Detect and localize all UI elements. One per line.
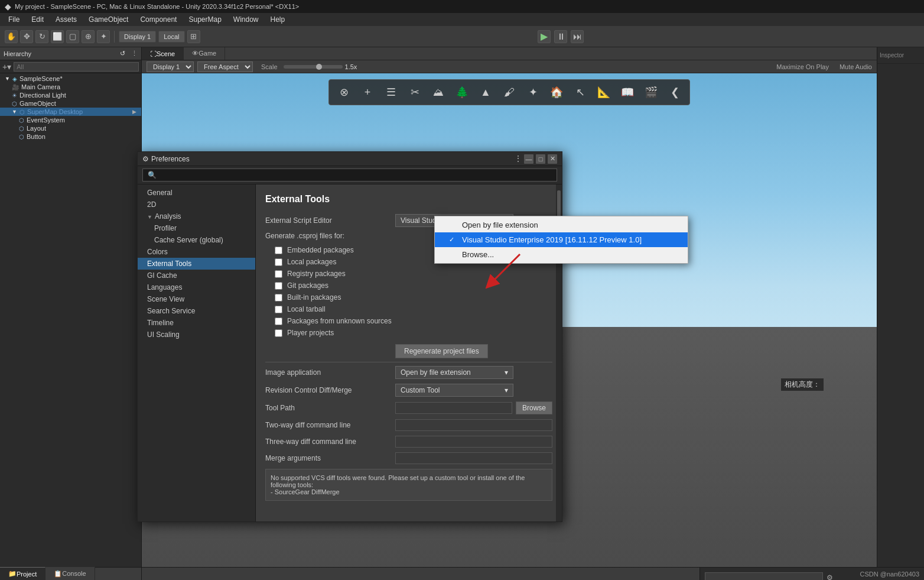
pref-external-tools[interactable]: External Tools <box>138 258 255 270</box>
local-toggle[interactable]: Local <box>158 31 184 43</box>
hand-tool[interactable]: ✋ <box>5 30 18 43</box>
cursor-icon[interactable]: ↖ <box>571 83 589 101</box>
menu-assets[interactable]: Assets <box>51 14 82 25</box>
pref-search-service[interactable]: Search Service <box>138 305 255 317</box>
chevron-icon[interactable]: ❮ <box>666 83 684 101</box>
pref-timeline[interactable]: Timeline <box>138 317 255 329</box>
terrain-icon[interactable]: ▲ <box>477 83 494 101</box>
pref-profiler[interactable]: Profiler <box>138 222 255 234</box>
tree-icon[interactable]: 🌲 <box>453 83 471 101</box>
book-icon[interactable]: 📖 <box>619 83 636 101</box>
dialog-maximize-btn[interactable]: □ <box>536 154 545 164</box>
list-icon[interactable]: ☰ <box>382 83 400 101</box>
video-icon[interactable]: 🎬 <box>642 83 660 101</box>
brush-icon[interactable]: 🖌 <box>500 83 518 101</box>
tool-path-input[interactable] <box>395 402 512 414</box>
hierarchy-menu-btn[interactable]: ⋮ <box>131 50 138 57</box>
pref-languages[interactable]: Languages <box>138 281 255 293</box>
browse-button[interactable]: Browse <box>516 401 552 414</box>
display-dropdown[interactable]: Display 1 <box>147 61 194 72</box>
checkbox-registry[interactable]: Registry packages <box>275 268 552 279</box>
menu-component[interactable]: Component <box>135 14 181 25</box>
pref-scene-view[interactable]: Scene View <box>138 293 255 305</box>
pref-gi-cache[interactable]: GI Cache <box>138 270 255 281</box>
menu-file[interactable]: File <box>4 14 24 25</box>
hierarchy-item-dirlight[interactable]: ☀ Directional Light <box>0 91 141 99</box>
merge-args-input[interactable] <box>395 452 552 464</box>
pref-colors[interactable]: Colors <box>138 246 255 258</box>
tab-console[interactable]: 📋 Console <box>45 567 95 580</box>
scale-slider[interactable] <box>284 65 343 69</box>
layers-btn[interactable]: ⊞ <box>187 30 200 43</box>
step-button[interactable]: ⏭ <box>571 30 584 43</box>
hierarchy-item-supermap[interactable]: ▼ ⬡ SuperMap Desktop ▶ <box>0 108 141 116</box>
hierarchy-item-maincamera[interactable]: 🎥 Main Camera <box>0 83 141 91</box>
measure-icon[interactable]: 📐 <box>595 83 613 101</box>
menu-supermap[interactable]: SuperMap <box>184 14 226 25</box>
pref-cache-server[interactable]: Cache Server (global) <box>138 234 255 246</box>
menu-gameobject[interactable]: GameObject <box>84 14 133 25</box>
building-icon[interactable]: 🏠 <box>548 83 565 101</box>
tab-project[interactable]: 📁 Project <box>0 567 45 580</box>
pause-button[interactable]: ⏸ <box>554 30 567 43</box>
menu-edit[interactable]: Edit <box>27 14 48 25</box>
checkbox-git-input[interactable] <box>275 282 282 290</box>
maximize-on-play-btn[interactable]: Maximize On Play <box>776 63 829 70</box>
bottom-right-search-input[interactable] <box>705 572 823 580</box>
dialog-minimize-btn[interactable]: — <box>524 154 533 164</box>
hierarchy-add-btn[interactable]: +▾ <box>2 62 11 72</box>
aspect-dropdown[interactable]: Free Aspect <box>197 61 253 72</box>
rotate-tool[interactable]: ↻ <box>35 30 48 43</box>
dialog-more-btn[interactable]: ⋮ <box>515 154 522 164</box>
tab-game[interactable]: 👁 Game <box>184 47 225 60</box>
dropdown-browse[interactable]: Browse... <box>435 247 688 262</box>
checkbox-git[interactable]: Git packages <box>275 280 552 291</box>
preferences-search-input[interactable] <box>142 169 557 182</box>
custom-tool[interactable]: ✦ <box>97 30 110 43</box>
bottom-right-settings-icon[interactable]: ⚙ <box>827 573 833 580</box>
center-toggle[interactable]: Display 1 <box>119 31 156 43</box>
two-way-diff-input[interactable] <box>395 419 552 431</box>
hierarchy-item-eventsystem[interactable]: ⬡ EventSystem <box>0 116 141 124</box>
menu-help[interactable]: Help <box>266 14 290 25</box>
layers-icon[interactable]: ⊗ <box>335 83 353 101</box>
scissors-icon[interactable]: ✂ <box>406 83 424 101</box>
checkbox-player-input[interactable] <box>275 329 282 337</box>
image-application-dropdown[interactable]: Open by file extension ▾ <box>395 366 513 379</box>
pref-analysis[interactable]: ▼Analysis <box>138 210 255 222</box>
checkbox-local-input[interactable] <box>275 258 282 266</box>
add-icon[interactable]: + <box>359 83 376 101</box>
rect-tool[interactable]: ▢ <box>66 30 79 43</box>
checkbox-player[interactable]: Player projects <box>275 328 552 338</box>
checkbox-builtin-input[interactable] <box>275 294 282 302</box>
revision-control-dropdown[interactable]: Custom Tool ▾ <box>395 384 513 397</box>
scale-tool[interactable]: ⬜ <box>51 30 64 43</box>
hierarchy-search-input[interactable] <box>14 62 139 72</box>
pref-general[interactable]: General <box>138 187 255 199</box>
checkbox-registry-input[interactable] <box>275 270 282 278</box>
play-button[interactable]: ▶ <box>538 30 551 43</box>
checkbox-embedded-input[interactable] <box>275 247 282 254</box>
checkbox-builtin[interactable]: Built-in packages <box>275 292 552 303</box>
checkbox-unknown-input[interactable] <box>275 317 282 325</box>
mute-audio-btn[interactable]: Mute Audio <box>840 63 872 70</box>
checkbox-unknown-sources[interactable]: Packages from unknown sources <box>275 316 552 326</box>
dialog-close-btn[interactable]: ✕ <box>548 154 557 164</box>
pref-ui-scaling[interactable]: UI Scaling <box>138 329 255 341</box>
tab-scene[interactable]: ⛶ Scene <box>142 47 184 60</box>
checkbox-tarball-input[interactable] <box>275 306 282 313</box>
particles-icon[interactable]: ✦ <box>524 83 542 101</box>
mountain-icon[interactable]: ⛰ <box>430 83 447 101</box>
three-way-diff-input[interactable] <box>395 436 552 448</box>
move-tool[interactable]: ✥ <box>20 30 33 43</box>
transform-tool[interactable]: ⊕ <box>82 30 95 43</box>
hierarchy-item-gameobject[interactable]: ⬡ GameObject <box>0 99 141 108</box>
pref-2d[interactable]: 2D <box>138 199 255 210</box>
hierarchy-item-samplescene[interactable]: ▼ ◈ SampleScene* <box>0 74 141 83</box>
dropdown-vs-enterprise[interactable]: ✓ Visual Studio Enterprise 2019 [16.11.1… <box>435 232 688 247</box>
checkbox-tarball[interactable]: Local tarball <box>275 304 552 315</box>
menu-window[interactable]: Window <box>229 14 263 25</box>
hierarchy-item-layout[interactable]: ⬡ Layout <box>0 124 141 132</box>
hierarchy-refresh-btn[interactable]: ↺ <box>120 50 125 57</box>
dropdown-open-by-ext[interactable]: Open by file extension <box>435 218 688 232</box>
